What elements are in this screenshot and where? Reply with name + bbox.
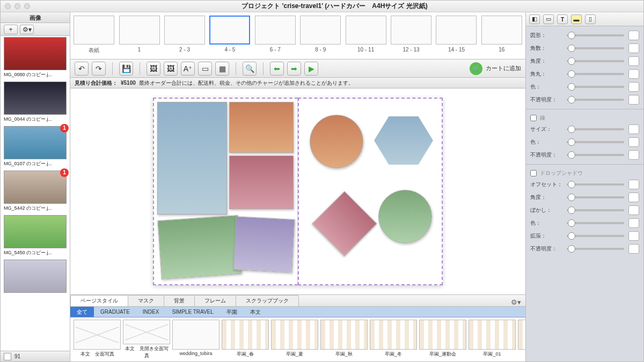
spread-thumb[interactable]: 16 <box>481 16 522 56</box>
image-thumb[interactable] <box>1 258 70 296</box>
bottom-gear-icon[interactable]: ⚙▾ <box>511 298 521 306</box>
spread-thumb[interactable]: 表紙 <box>74 16 114 56</box>
spread-thumb[interactable]: 2 - 3 <box>164 16 205 56</box>
add-photo-button[interactable]: 🖼 <box>147 62 160 76</box>
undo-button[interactable]: ↶ <box>75 62 89 76</box>
style-item[interactable]: wedding_tobira <box>172 320 219 359</box>
zoom-icon[interactable] <box>24 3 30 9</box>
style-gallery[interactable]: 本文 全面写真本文 見開き全面写真wedding_tobira卒園_春卒園_夏卒… <box>70 317 525 361</box>
property-well[interactable] <box>628 180 639 189</box>
photo-slot-circle[interactable] <box>378 190 432 243</box>
canvas-area[interactable] <box>70 88 525 294</box>
property-slider[interactable] <box>567 222 624 224</box>
photo-slot-hexagon[interactable] <box>374 114 433 167</box>
prev-page-button[interactable]: ⬅ <box>270 62 284 76</box>
spread-thumb[interactable]: 12 - 13 <box>391 16 431 56</box>
bottom-tab[interactable]: マスク <box>128 295 164 306</box>
redo-button[interactable]: ↷ <box>92 62 106 76</box>
style-item[interactable]: 本文 見開き全面写真 <box>123 320 170 359</box>
property-well[interactable] <box>628 205 639 215</box>
photo-slot[interactable] <box>233 216 295 273</box>
style-item[interactable]: 卒園_運動会 <box>419 320 466 359</box>
style-item[interactable]: 卒園_01 <box>469 320 516 359</box>
property-slider[interactable] <box>567 73 624 75</box>
image-thumb[interactable]: 1MG_0107 のコピー.j... <box>1 125 70 169</box>
property-slider[interactable] <box>567 183 624 186</box>
style-filter[interactable]: 卒園 <box>220 307 244 317</box>
property-well[interactable] <box>628 31 639 40</box>
property-slider[interactable] <box>567 60 624 62</box>
property-slider[interactable] <box>567 196 624 198</box>
style-filter[interactable]: 本文 <box>244 307 267 317</box>
style-filter[interactable]: GRADUATE <box>94 307 136 317</box>
property-slider[interactable] <box>567 154 624 156</box>
spread-thumb[interactable]: 14 - 15 <box>436 16 477 56</box>
property-slider[interactable] <box>567 141 624 143</box>
add-image-button[interactable]: + <box>4 25 18 34</box>
property-well[interactable] <box>628 193 639 202</box>
property-well[interactable] <box>628 218 639 228</box>
property-well[interactable] <box>628 231 639 241</box>
photo-slot[interactable] <box>229 102 294 153</box>
add-text-button[interactable]: A⁺ <box>181 62 195 76</box>
style-item[interactable]: 卒園_秋 <box>320 320 368 359</box>
page-right[interactable] <box>298 98 443 285</box>
bottom-tab[interactable]: ページスタイル <box>70 295 128 306</box>
style-item[interactable]: 本文 全面写真 <box>74 320 121 359</box>
property-well[interactable] <box>628 43 639 53</box>
property-well[interactable] <box>628 82 639 92</box>
save-button[interactable]: 💾 <box>119 62 133 76</box>
property-well[interactable] <box>628 244 639 254</box>
property-slider[interactable] <box>567 248 624 250</box>
play-button[interactable]: ▶ <box>304 62 318 76</box>
page-left[interactable] <box>153 98 298 285</box>
property-slider[interactable] <box>567 235 624 237</box>
spread-thumb[interactable]: 4 - 5 <box>209 16 250 56</box>
property-well[interactable] <box>628 69 639 79</box>
tab-page-icon[interactable]: ▯ <box>585 14 596 24</box>
photo-slot[interactable] <box>157 102 227 215</box>
photo-slot[interactable] <box>157 215 241 279</box>
shadow-checkbox[interactable]: ドロップシャドウ <box>530 168 639 179</box>
property-well[interactable] <box>628 56 639 66</box>
tab-text-icon[interactable]: T <box>557 14 568 24</box>
property-well[interactable] <box>628 124 639 134</box>
tab-frame-icon[interactable]: ▭ <box>543 14 554 24</box>
image-thumb[interactable]: MG_5450 のコピー.j... <box>1 214 70 258</box>
property-well[interactable] <box>628 137 639 147</box>
image-list[interactable]: MG_0080 のコピー.j...MG_0044 のコピー.j...1MG_01… <box>1 36 70 351</box>
image-thumb[interactable]: MG_0044 のコピー.j... <box>1 80 70 125</box>
image-thumb[interactable]: 1MG_5442 のコピー.j... <box>1 169 70 214</box>
style-filter[interactable]: SIMPLE TRAVEL <box>165 307 219 317</box>
add-shape-button[interactable]: ▭ <box>198 62 212 76</box>
tab-color-icon[interactable]: ▬ <box>571 14 582 24</box>
next-page-button[interactable]: ➡ <box>287 62 301 76</box>
style-filter[interactable]: 全て <box>70 307 94 317</box>
minimize-icon[interactable] <box>14 3 20 9</box>
bottom-tab[interactable]: スクラップブック <box>236 295 299 306</box>
add-to-cart-button[interactable]: 🛒 カートに追加 <box>470 62 521 75</box>
close-icon[interactable] <box>5 3 11 9</box>
spread-thumb[interactable]: 6 - 7 <box>255 16 296 56</box>
sidebar-gear-button[interactable]: ⚙▾ <box>20 25 34 34</box>
property-slider[interactable] <box>567 34 624 36</box>
photo-slot-diamond[interactable] <box>312 191 377 256</box>
spread-thumb[interactable]: 10 - 11 <box>345 16 386 56</box>
add-new-image-button[interactable]: 🖼 <box>164 62 178 76</box>
style-item[interactable]: 卒園_春 <box>222 320 269 359</box>
image-thumb[interactable]: MG_0080 のコピー.j... <box>1 36 70 80</box>
zoom-out-button[interactable]: 🔍 <box>243 62 257 76</box>
style-item[interactable]: 卒園_夏 <box>271 320 318 359</box>
stroke-checkbox[interactable]: 線 <box>530 113 639 123</box>
style-filter[interactable]: INDEX <box>136 307 166 317</box>
property-well[interactable] <box>628 150 639 160</box>
photo-slot[interactable] <box>229 156 294 209</box>
bottom-tab[interactable]: フレーム <box>194 295 236 306</box>
bottom-tab[interactable]: 背景 <box>164 295 195 306</box>
property-slider[interactable] <box>567 99 624 101</box>
style-item[interactable]: 卒園_冬 <box>370 320 417 359</box>
spread-thumb[interactable]: 8 - 9 <box>300 16 341 56</box>
style-item[interactable]: 卒園_02 <box>518 320 525 359</box>
photo-slot-circle[interactable] <box>310 115 363 168</box>
spread-thumb[interactable]: 1 <box>119 16 159 56</box>
